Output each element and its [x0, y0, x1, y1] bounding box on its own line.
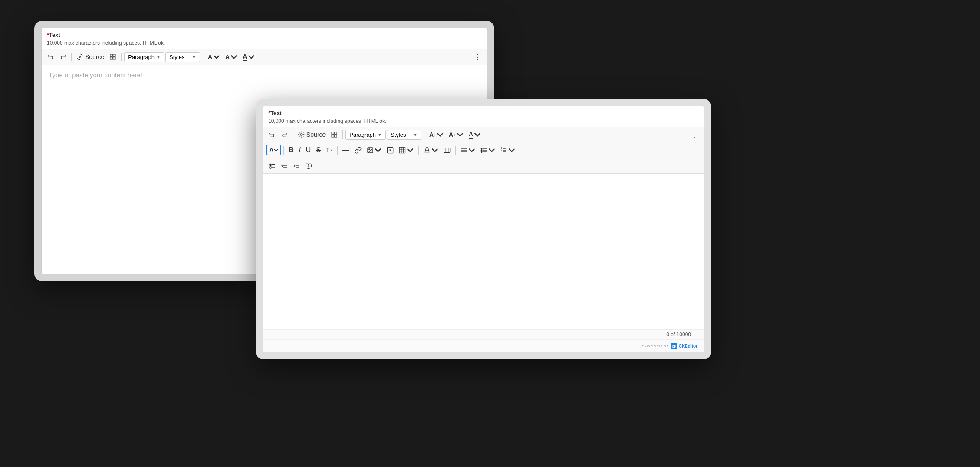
- svg-rect-3: [110, 57, 112, 59]
- powered-by-text: POWERED BY: [641, 344, 669, 348]
- front-sep6: [418, 146, 419, 155]
- front-hr-button[interactable]: —: [340, 145, 352, 155]
- front-checklist-button[interactable]: [266, 161, 278, 171]
- front-sep3: [424, 130, 424, 139]
- front-sep7: [455, 146, 456, 155]
- back-styles-dropdown[interactable]: Styles ▼: [165, 52, 200, 62]
- back-font-size-button[interactable]: A: [206, 52, 222, 62]
- front-source-button[interactable]: Source: [296, 130, 328, 139]
- front-styles-label: Styles: [391, 132, 406, 138]
- svg-rect-20: [444, 148, 450, 152]
- back-sep2: [121, 53, 122, 61]
- front-clear-format-button[interactable]: Tx: [324, 145, 335, 155]
- front-blocks-button[interactable]: [329, 130, 340, 139]
- back-more-button[interactable]: ⋮: [471, 51, 483, 63]
- svg-point-29: [481, 149, 482, 151]
- front-card: *Text 10,000 max characters including sp…: [256, 99, 711, 359]
- front-editor-footer: 0 of 10000: [263, 329, 704, 339]
- svg-rect-40: [270, 167, 271, 168]
- back-source-label: Source: [85, 53, 104, 60]
- svg-rect-7: [335, 132, 337, 134]
- front-bold-button[interactable]: B: [286, 145, 296, 155]
- front-font-family-button[interactable]: A↕: [447, 130, 466, 139]
- back-placeholder: Type or paste your content here!: [49, 71, 142, 79]
- svg-rect-9: [335, 135, 337, 137]
- front-paragraph-chevron: ▼: [378, 132, 382, 137]
- front-highlight-button[interactable]: [421, 145, 441, 155]
- svg-point-49: [308, 164, 309, 164]
- back-paragraph-label: Paragraph: [128, 54, 155, 60]
- svg-rect-4: [113, 57, 115, 59]
- svg-point-0: [79, 56, 81, 58]
- back-paragraph-chevron: ▼: [156, 55, 161, 59]
- back-sep1: [71, 53, 72, 61]
- front-styles-dropdown[interactable]: Styles ▼: [387, 130, 421, 140]
- back-styles-label: Styles: [169, 54, 184, 60]
- front-sep2: [342, 130, 343, 139]
- front-source-label: Source: [306, 131, 326, 138]
- front-label-text: Text: [270, 110, 282, 116]
- front-font-size-button[interactable]: AI: [427, 130, 446, 139]
- back-label: *Text: [42, 28, 487, 40]
- back-font-color-button[interactable]: A: [240, 52, 257, 62]
- front-toolbar-2: A B I U S Tx —: [263, 142, 704, 158]
- front-redo-button[interactable]: [279, 130, 290, 139]
- front-font-color-button[interactable]: A: [467, 129, 483, 140]
- front-sep4: [283, 146, 284, 155]
- svg-text:3: 3: [501, 151, 502, 153]
- front-numbered-list-button[interactable]: 123: [498, 145, 517, 155]
- front-undo-button[interactable]: [266, 130, 278, 139]
- svg-marker-13: [389, 149, 391, 151]
- front-paragraph-label: Paragraph: [349, 132, 376, 138]
- front-special-char-button[interactable]: [441, 145, 453, 155]
- svg-point-27: [481, 148, 482, 149]
- back-label-text: Text: [49, 32, 60, 38]
- front-sep5: [337, 146, 338, 155]
- back-font-family-button[interactable]: A: [223, 52, 240, 62]
- svg-rect-1: [110, 54, 112, 56]
- svg-point-31: [481, 151, 482, 152]
- front-sep1: [293, 130, 293, 139]
- svg-rect-8: [332, 135, 334, 137]
- front-editor-body[interactable]: [263, 174, 704, 329]
- svg-rect-2: [113, 54, 115, 56]
- front-font-a-btn[interactable]: A: [266, 145, 281, 155]
- front-toolbar-1: Source Paragraph ▼ Styles ▼ AI: [263, 127, 704, 142]
- front-toolbar-3: [263, 158, 704, 174]
- front-table-button[interactable]: [397, 145, 416, 155]
- front-char-count: 0 of 10000: [666, 332, 691, 338]
- svg-rect-6: [332, 132, 334, 134]
- front-list-button[interactable]: [478, 145, 497, 155]
- back-undo-button[interactable]: [45, 52, 56, 62]
- back-blocks-button[interactable]: [107, 52, 118, 62]
- front-strikethrough-button[interactable]: S: [314, 145, 323, 155]
- back-hint: 10,000 max characters including spaces. …: [42, 40, 487, 49]
- front-accessibility-button[interactable]: [303, 161, 314, 171]
- front-align-button[interactable]: [458, 145, 477, 155]
- front-underline-button[interactable]: U: [304, 145, 313, 155]
- front-link-button[interactable]: [352, 145, 364, 155]
- svg-point-11: [368, 148, 369, 149]
- front-hint: 10,000 max characters including spaces. …: [263, 118, 704, 127]
- front-indent-button[interactable]: [291, 161, 302, 171]
- front-italic-button[interactable]: I: [296, 145, 303, 155]
- powered-by-badge: POWERED BY CK CKEditor: [638, 342, 700, 350]
- front-more-button[interactable]: ⋮: [689, 130, 700, 139]
- front-styles-chevron: ▼: [413, 132, 418, 137]
- ckeditor-brand: CKEditor: [679, 344, 697, 349]
- ckeditor-icon: CK: [671, 343, 677, 349]
- svg-point-5: [300, 134, 302, 135]
- back-redo-button[interactable]: [57, 52, 69, 62]
- svg-text:CK: CK: [672, 345, 676, 348]
- back-toolbar: Source Paragraph ▼ Styles ▼ A: [42, 49, 487, 65]
- back-sep3: [203, 53, 203, 61]
- svg-rect-14: [399, 147, 405, 153]
- front-image-button[interactable]: [365, 145, 384, 155]
- front-outdent-button[interactable]: [279, 161, 290, 171]
- back-paragraph-dropdown[interactable]: Paragraph ▼: [124, 52, 164, 62]
- back-source-button[interactable]: Source: [74, 52, 106, 62]
- back-styles-chevron: ▼: [192, 55, 196, 59]
- front-paragraph-dropdown[interactable]: Paragraph ▼: [345, 130, 386, 140]
- front-label: *Text: [263, 106, 704, 118]
- front-media-button[interactable]: [385, 145, 396, 155]
